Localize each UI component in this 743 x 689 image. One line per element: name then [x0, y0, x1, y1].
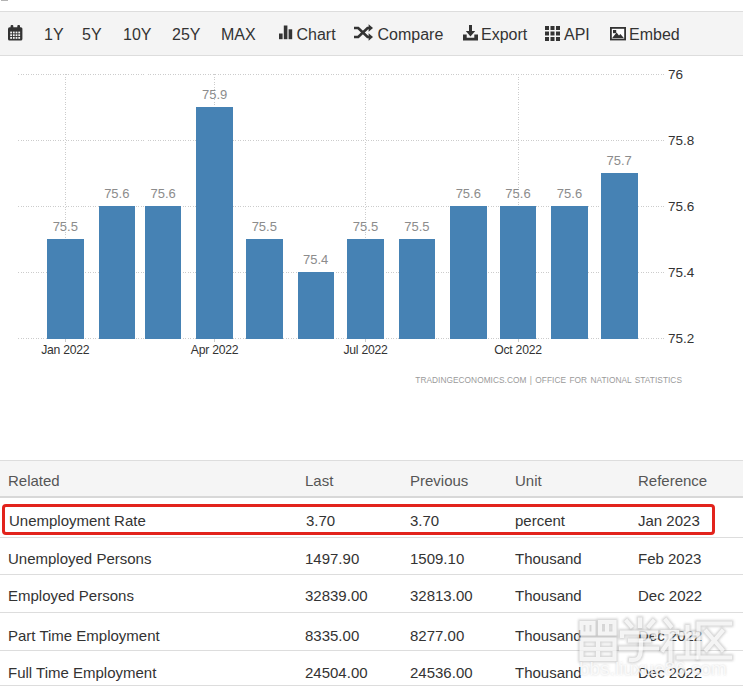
svg-text:Oct 2022: Oct 2022 [494, 343, 542, 357]
svg-text:75.9: 75.9 [202, 87, 227, 102]
svg-text:75.6: 75.6 [151, 186, 176, 201]
svg-text:75.5: 75.5 [353, 219, 378, 234]
svg-text:Apr 2022: Apr 2022 [191, 343, 239, 357]
svg-text:75.8: 75.8 [668, 133, 694, 148]
svg-text:Jul 2022: Jul 2022 [343, 343, 388, 357]
svg-text:TRADINGECONOMICS.COM | OFFIC: TRADINGECONOMICS.COM | OFFICE FOR NATION… [415, 375, 682, 385]
svg-text:75.2: 75.2 [668, 331, 694, 346]
svg-text:75.4: 75.4 [303, 252, 328, 267]
svg-text:75.6: 75.6 [505, 186, 530, 201]
svg-text:75.6: 75.6 [557, 186, 582, 201]
svg-text:75.7: 75.7 [607, 153, 632, 168]
svg-text:75.6: 75.6 [104, 186, 129, 201]
svg-text:75.6: 75.6 [456, 186, 481, 201]
svg-text:75.5: 75.5 [53, 219, 78, 234]
svg-text:76: 76 [668, 67, 683, 82]
svg-text:75.5: 75.5 [252, 219, 277, 234]
svg-text:75.4: 75.4 [668, 265, 695, 280]
svg-text:75.6: 75.6 [668, 199, 694, 214]
svg-text:75.5: 75.5 [404, 219, 429, 234]
svg-text:Jan 2022: Jan 2022 [41, 343, 90, 357]
